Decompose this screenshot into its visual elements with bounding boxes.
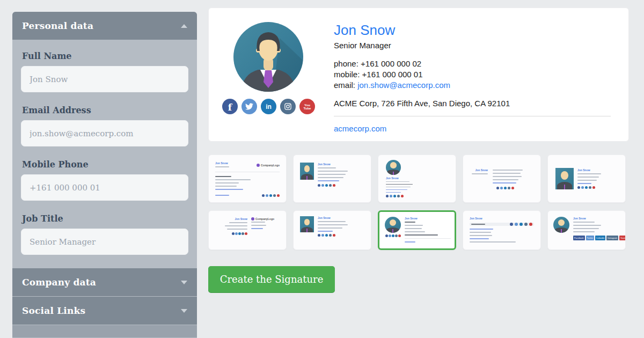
section-title-social-links: Social Links [22,305,85,316]
email-input[interactable] [21,120,188,146]
signature-text-block: Jon Snow Senior Manager phone: +161 000 … [334,22,618,134]
social-dot-icon [325,184,328,187]
mobile-phone-input[interactable] [21,174,188,201]
mini-name: Jon Snow [386,177,448,180]
create-signature-button[interactable]: Create the Signature [208,266,335,292]
social-dot-icon [397,195,400,197]
social-dot-icon [321,234,324,237]
preview-social-icons: f in You Tube [222,99,315,114]
social-dot-icon [325,234,328,237]
template-thumbnail-5[interactable]: Jon Snow [547,155,626,203]
template-thumbnail-2[interactable]: Jon Snow [293,155,371,203]
signature-preview-card: f in You Tube Jon Snow Senior Manager ph… [208,8,629,142]
social-button: Twitter [586,236,595,240]
mobile-phone-field: Mobile Phone [21,159,188,201]
mini-social-dots [577,186,601,189]
social-dot-icon [515,223,518,226]
template-thumbnail-6[interactable]: Jon SnowCompanyLogo [208,210,287,250]
mini-avatar [300,163,314,180]
section-title-personal-data: Personal data [22,20,93,31]
preview-email-link[interactable]: jon.show@acmecorp.com [357,80,450,90]
preview-divider [334,116,611,116]
facebook-icon[interactable]: f [222,99,238,114]
company-logo-icon [251,217,254,221]
twitter-bird-icon [245,102,253,111]
instagram-camera-icon [284,102,292,111]
linkedin-icon[interactable]: in [261,99,276,114]
mini-social-dots [318,184,364,187]
mini-name: Jon Snow [573,217,626,221]
settings-sidebar: Personal data Full Name Email Address Mo… [12,12,197,338]
mini-social-dots [496,187,532,189]
company-logo: CompanyLogo [257,161,280,168]
company-logo-icon [257,164,260,167]
mini-title-bar [470,223,534,226]
template-thumbnail-10[interactable]: Jon SnowFacebookTwitterLinkedinInstagram… [547,210,626,250]
preview-phone-line: phone: +161 000 000 02 [334,58,618,69]
mobile-phone-label: Mobile Phone [22,159,187,170]
section-header-social-links[interactable]: Social Links [12,297,197,325]
mini-name: Jon Snow [405,217,451,221]
social-dot-icon [524,223,528,226]
social-dot-icon [401,195,404,197]
mini-social-buttons: FacebookTwitterLinkedinInstagramYoutube [573,236,626,240]
social-dot-icon [504,187,507,189]
social-dot-icon [321,184,324,187]
social-dot-icon [577,186,580,189]
template-thumbnail-8[interactable]: Jon Snow [378,210,456,250]
email-field: Email Address [21,105,188,146]
template-thumbnail-7[interactable]: Jon Snow [293,210,371,250]
social-dot-icon [496,187,499,189]
template-thumbnail-9[interactable]: Jon Snow [463,210,541,250]
chevron-up-icon [181,24,187,28]
social-dot-icon [333,234,335,237]
social-dot-icon [273,194,276,197]
social-dot-icon [392,234,394,237]
social-dot-icon [398,234,401,237]
company-logo: CompanyLogo [251,217,274,221]
template-thumbnail-3[interactable]: Jon Snow [378,155,456,203]
section-header-company-data[interactable]: Company data [12,268,197,296]
preview-contact-lines: phone: +161 000 000 02 mobile: +161 000 … [334,58,618,91]
social-dot-icon [581,186,584,189]
social-dot-icon [519,223,523,226]
mini-social-dots [232,232,247,235]
chevron-down-icon [181,309,187,313]
social-button: Facebook [573,236,585,240]
youtube-icon[interactable]: You Tube [299,99,315,114]
social-dot-icon [318,184,320,187]
job-title-field: Job Title [21,214,188,255]
full-name-label: Full Name [22,51,187,61]
social-dot-icon [277,194,280,197]
social-dot-icon [245,232,247,235]
template-grid-row-2: Jon SnowCompanyLogoJon SnowJon SnowJon S… [208,210,626,250]
mini-name: Jon Snow [215,161,229,165]
social-dot-icon [389,234,391,237]
full-name-input[interactable] [21,66,188,92]
mini-name: Jon Snow [318,216,364,220]
mini-avatar [553,217,569,233]
mini-social-dots [318,234,364,237]
preview-website-link[interactable]: acmecorp.com [334,124,386,133]
social-button: Youtube [619,236,626,240]
mini-social-dots [385,234,401,237]
mini-avatar [555,168,574,189]
twitter-icon[interactable] [241,99,257,114]
social-dot-icon [511,187,514,189]
preview-name: Jon Snow [334,22,618,38]
job-title-input[interactable] [21,229,188,255]
mini-avatar [386,160,401,175]
social-dot-icon [385,234,388,237]
template-thumbnail-1[interactable]: Jon SnowCompanyLogo [208,155,287,203]
instagram-icon[interactable] [280,99,296,114]
social-dot-icon [318,234,320,237]
mini-avatar [385,217,401,233]
mini-name: Jon Snow [475,168,488,172]
social-button: Instagram [606,236,618,240]
social-dot-icon [235,232,238,235]
social-dot-icon [589,186,591,189]
email-label: Email Address [22,105,187,115]
section-header-personal-data[interactable]: Personal data [12,12,197,40]
social-dot-icon [393,195,396,197]
template-thumbnail-4[interactable]: Jon Snow [463,155,541,203]
